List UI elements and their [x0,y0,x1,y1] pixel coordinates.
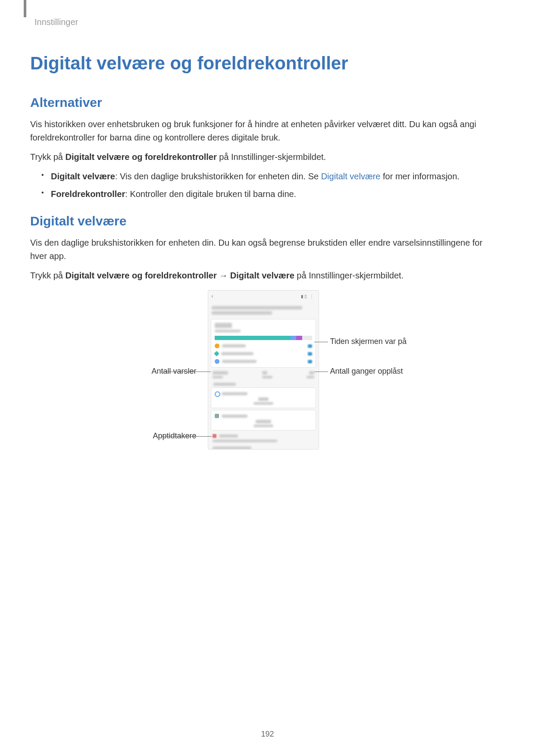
bar-segment [296,336,302,340]
section1-paragraph2: Trykk på Digitalt velvære og foreldrekon… [30,150,496,164]
usage-bar [215,336,312,340]
blur-app-name [222,344,246,347]
app-row [215,352,312,356]
blur-goal-title [222,392,247,395]
app-row [215,359,312,364]
blur-number [213,371,228,375]
app-time [308,352,312,356]
blur-app-name [222,360,257,363]
phone-info-text [212,306,315,315]
blur-number [262,371,267,375]
bullet-bold: Foreldrekontroller [51,189,125,199]
callout-screen-time: Tiden skjermen var på [330,337,407,346]
blur-goal-sub [253,402,273,405]
bullet-text: : Vis den daglige brukshistorikken for e… [115,172,321,181]
section-heading-alternativer: Alternativer [30,95,496,110]
blur-app-name [219,434,238,437]
section1-paragraph1: Vis historikken over enhetsbruken og bru… [30,118,496,144]
blur-section-label [213,383,236,386]
page-title: Digitalt velvære og foreldrekontroller [30,53,496,74]
timer-icon [213,434,216,438]
breadcrumb: Innstillinger [34,17,496,27]
blur-text-line [212,306,302,309]
app-timer-row [213,434,319,438]
blur-label [307,376,314,378]
bar-segment [215,336,291,340]
blur-label [213,376,223,378]
link-digital-wellbeing[interactable]: Digitalt velvære [321,172,381,181]
app-time [308,344,312,348]
goal-card [211,387,316,408]
usage-card [211,319,316,368]
callout-line [314,342,328,342]
goal-icon [215,391,220,397]
phone-statusbar: ‹ ▮▯ ⋮ [208,291,319,302]
blur-goal-value [258,397,269,401]
goal-icon [215,414,219,418]
blur-subtext [213,440,277,442]
phone-mockup: ‹ ▮▯ ⋮ [208,290,319,450]
blur-app-name [221,352,253,355]
bullet-item-digital-wellbeing: Digitalt velvære: Vis den daglige bruksh… [39,170,496,183]
section2-paragraph1: Vis den daglige brukshistorikken for enh… [30,236,496,263]
app-icon [215,359,219,364]
blur-section-label [213,447,251,450]
arrow: → [217,271,230,280]
bullet-bold: Digitalt velvære [51,172,115,181]
blur-text-line [212,311,272,315]
callout-line [314,372,328,372]
bullet-item-parental-controls: Foreldrekontroller: Kontroller den digit… [39,187,496,201]
app-time [308,360,312,363]
page-left-indicator [24,0,26,17]
blur-label [262,376,272,378]
section-heading-digital-wellbeing: Digitalt velvære [30,214,496,228]
bullet-list: Digitalt velvære: Vis den daglige bruksh… [39,170,496,201]
statusbar-icons: ▮▯ ⋮ [301,294,315,299]
blur-goal-sub [253,425,273,427]
back-icon: ‹ [212,293,213,299]
text-fragment: på Innstillinger-skjermbildet. [217,152,326,162]
text-fragment: Trykk på [30,152,66,162]
bullet-text: : Kontroller den digitale bruken til bar… [125,189,296,199]
app-row [215,344,312,348]
blur-goal-value [256,420,271,423]
app-icon [215,344,219,348]
blur-number [309,371,314,375]
text-bold: Digitalt velvære [230,271,294,280]
diagram-screenshot-area: ‹ ▮▯ ⋮ [110,290,425,454]
blur-goal-title [222,415,247,418]
unlocks-col [307,371,314,378]
mid-stats-row [213,371,314,378]
section2-paragraph2: Trykk på Digitalt velvære og foreldrekon… [30,269,496,282]
bullet-text: for mer informasjon. [381,172,460,181]
bar-segment [291,336,297,340]
text-fragment: på Innstillinger-skjermbildet. [294,271,404,280]
blur-number [215,323,232,328]
text-bold: Digitalt velvære og foreldrekontroller [66,152,217,162]
app-icon [214,351,219,356]
text-bold: Digitalt velvære og foreldrekontroller [66,271,217,280]
page-content: Innstillinger Digitalt velvære og foreld… [0,0,535,454]
callout-unlock-count: Antall ganger opplåst [330,367,403,376]
goal-card [211,410,316,431]
page-number: 192 [0,730,535,739]
text-fragment: Trykk på [30,271,66,280]
blur-label [215,330,241,332]
notifications-col [213,371,228,378]
mid-col [262,371,272,378]
callout-line [161,372,211,372]
callout-line [162,436,212,437]
